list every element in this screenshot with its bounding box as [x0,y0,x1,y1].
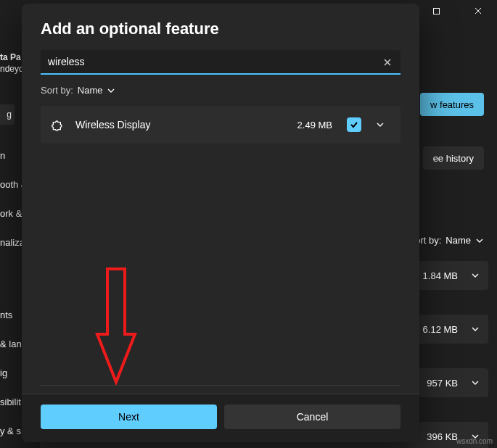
chevron-down-icon [471,271,480,280]
chevron-down-icon [471,325,480,333]
search-input[interactable] [41,50,401,75]
dialog-footer: Next Cancel [22,394,419,442]
puzzle-piece-icon [51,117,65,132]
chevron-down-icon [471,378,480,387]
chevron-down-icon [376,120,390,129]
feature-size: 2.49 MB [297,120,332,130]
dialog-divider [41,385,401,386]
background-sort-control[interactable]: ort by: Name [415,235,484,246]
next-button[interactable]: Next [41,405,217,429]
user-name-fragment: ta Pa [0,52,24,64]
user-sub-fragment: ndeyo [0,64,24,75]
expand-row-button[interactable] [376,120,390,129]
chevron-down-icon [475,236,484,245]
annotation-arrow-icon [94,266,138,389]
cancel-button[interactable]: Cancel [224,405,401,429]
svg-rect-1 [433,8,439,14]
feature-result-row[interactable]: Wireless Display 2.49 MB [41,106,401,144]
see-history-button[interactable]: ee history [423,146,484,170]
chevron-down-icon [107,86,115,95]
sort-value: Name [445,235,471,246]
clear-search-button[interactable] [380,55,395,70]
feature-size: 396 KB [427,431,458,442]
dialog-title: Add an optional feature [41,20,401,38]
sort-value: Name [78,85,103,96]
add-optional-feature-dialog: Add an optional feature Sort by: Name [22,4,419,442]
user-account-label: ta Pa ndeyo [0,52,24,75]
see-history-row: ee history [423,146,484,170]
maximize-button[interactable] [422,1,451,21]
sort-label: Sort by: [41,85,73,96]
sidebar-search-fragment[interactable]: g [0,104,15,125]
feature-size: 1.84 MB [423,270,458,281]
search-field-wrap [41,50,401,75]
feature-size: 957 KB [427,378,458,389]
feature-size: 6.12 MB [423,324,458,335]
sort-control[interactable]: Sort by: Name [41,85,401,96]
view-features-button[interactable]: w features [420,93,484,116]
header-buttons: w features [420,93,484,116]
feature-name: Wireless Display [75,119,287,130]
feature-checkbox[interactable] [347,117,361,132]
checkmark-icon [350,120,358,129]
close-icon [383,58,392,67]
close-button[interactable] [464,1,493,21]
watermark-text: wsxdn.com [456,437,493,445]
